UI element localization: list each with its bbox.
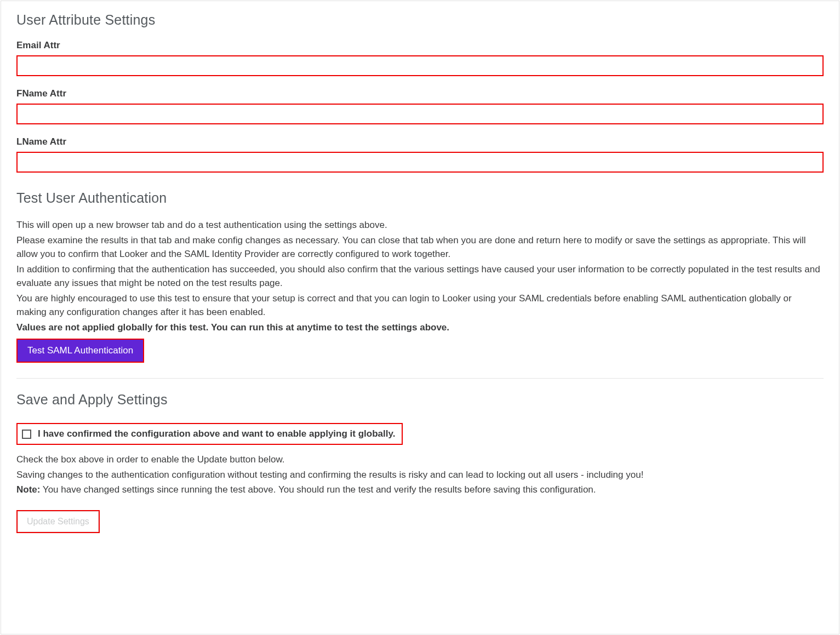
test-auth-p5: Values are not applied globally for this… xyxy=(16,321,824,335)
fname-attr-label: FName Attr xyxy=(16,88,824,99)
test-auth-p4: You are highly encouraged to use this te… xyxy=(16,291,824,319)
lname-attr-group: LName Attr xyxy=(16,136,824,173)
lname-attr-label: LName Attr xyxy=(16,136,824,147)
save-apply-p1: Check the box above in order to enable t… xyxy=(16,453,824,467)
test-saml-authentication-button[interactable]: Test SAML Authentication xyxy=(18,340,143,362)
email-attr-label: Email Attr xyxy=(16,40,824,51)
test-user-auth-section: Test User Authentication This will open … xyxy=(16,190,824,363)
confirm-apply-globally-checkbox[interactable] xyxy=(22,430,31,439)
section-divider xyxy=(16,378,824,379)
test-auth-p2: Please examine the results in that tab a… xyxy=(16,233,824,261)
update-settings-button[interactable]: Update Settings xyxy=(18,511,99,532)
note-text: You have changed settings since running … xyxy=(40,484,596,495)
fname-attr-group: FName Attr xyxy=(16,88,824,124)
lname-attr-input[interactable] xyxy=(16,152,824,173)
confirm-checkbox-highlight: I have confirmed the configuration above… xyxy=(16,423,403,445)
test-auth-p1: This will open up a new browser tab and … xyxy=(16,218,824,232)
test-saml-button-highlight: Test SAML Authentication xyxy=(16,339,144,363)
test-auth-p3: In addition to confirming that the authe… xyxy=(16,262,824,290)
email-attr-input[interactable] xyxy=(16,55,824,76)
confirm-apply-globally-label[interactable]: I have confirmed the configuration above… xyxy=(38,428,395,439)
save-apply-note: Note: You have changed settings since ru… xyxy=(16,483,824,497)
save-apply-p2: Saving changes to the authentication con… xyxy=(16,468,824,482)
save-apply-section: Save and Apply Settings I have confirmed… xyxy=(16,392,824,533)
user-attribute-settings-title: User Attribute Settings xyxy=(16,12,824,28)
email-attr-group: Email Attr xyxy=(16,40,824,76)
fname-attr-input[interactable] xyxy=(16,104,824,124)
note-prefix: Note: xyxy=(16,484,40,495)
settings-panel: User Attribute Settings Email Attr FName… xyxy=(1,1,839,634)
save-apply-description: Check the box above in order to enable t… xyxy=(16,453,824,497)
test-user-auth-title: Test User Authentication xyxy=(16,190,824,206)
save-apply-title: Save and Apply Settings xyxy=(16,392,824,408)
test-auth-description: This will open up a new browser tab and … xyxy=(16,218,824,334)
update-settings-button-highlight: Update Settings xyxy=(16,510,100,533)
